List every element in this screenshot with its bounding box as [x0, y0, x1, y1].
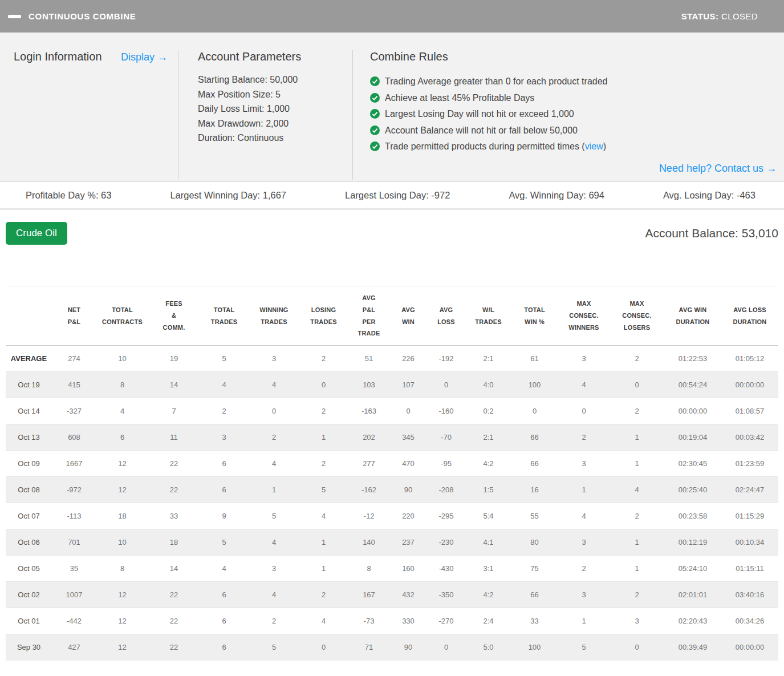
table-cell: 1007	[52, 582, 96, 608]
table-cell: 2	[558, 424, 610, 451]
table-cell: 4	[200, 556, 249, 582]
row-label: Oct 09	[6, 451, 52, 477]
table-cell: 80	[511, 529, 558, 556]
table-cell: 12	[96, 582, 148, 608]
table-cell: 2	[610, 346, 664, 372]
table-cell: 470	[390, 451, 426, 477]
table-cell: 33	[148, 503, 200, 529]
table-cell: 61	[511, 346, 558, 372]
column-header: MAX CONSEC. LOSERS	[610, 286, 664, 346]
table-header: NET P&LTOTAL CONTRACTSFEES & COMM.TOTAL …	[6, 286, 778, 346]
table-cell: 12	[96, 608, 148, 634]
combine-rule: Largest Losing Day will not hit or excee…	[370, 107, 777, 123]
table-cell: 5:0	[466, 634, 511, 661]
column-header: LOSING TRADES	[299, 286, 348, 346]
table-cell: 3	[200, 424, 249, 451]
table-cell: 22	[148, 582, 200, 608]
table-cell: 0	[426, 372, 466, 398]
table-cell: 00:23:58	[664, 503, 721, 529]
table-row: Oct 08-9721222615-16290-2081:5161400:25:…	[6, 477, 778, 503]
table-cell: 66	[511, 451, 558, 477]
table-cell: 100	[511, 372, 558, 398]
table-cell: -70	[426, 424, 466, 451]
table-cell: 18	[96, 503, 148, 529]
table-cell: 3	[558, 582, 610, 608]
table-header-row: NET P&LTOTAL CONTRACTSFEES & COMM.TOTAL …	[6, 286, 778, 346]
table-cell: 12	[96, 477, 148, 503]
table-cell: 00:00:00	[664, 398, 721, 424]
table-cell: 0	[610, 634, 664, 661]
product-tab-crude-oil[interactable]: Crude Oil	[6, 222, 67, 245]
table-row: Oct 05358144318160-4303:1752105:24:1001:…	[6, 556, 778, 582]
contact-us-link[interactable]: Need help? Contact us →	[659, 163, 777, 174]
table-cell: 22	[148, 608, 200, 634]
table-cell: 33	[511, 608, 558, 634]
table-cell: 1	[610, 529, 664, 556]
table-cell: 2:1	[466, 424, 511, 451]
display-link[interactable]: Display →	[121, 51, 168, 63]
table-cell: 0	[558, 398, 610, 424]
table-cell: 2	[200, 398, 249, 424]
table-cell: 12	[96, 634, 148, 661]
column-header: AVG WIN DURATION	[664, 286, 721, 346]
table-cell: 8	[96, 556, 148, 582]
table-cell: 415	[52, 372, 96, 398]
table-cell: 00:03:42	[721, 424, 778, 451]
table-cell: 16	[511, 477, 558, 503]
table-cell: 01:05:12	[721, 346, 778, 372]
column-header: MAX CONSEC. WINNERS	[558, 286, 610, 346]
table-cell: 00:39:49	[664, 634, 721, 661]
table-cell: 01:15:29	[721, 503, 778, 529]
column-header: WINNING TRADES	[249, 286, 299, 346]
table-cell: 1	[558, 608, 610, 634]
table-cell: 103	[348, 372, 390, 398]
table-cell: 5	[200, 346, 249, 372]
table-cell: 6	[200, 451, 249, 477]
table-cell: 330	[390, 608, 426, 634]
rule-text: Trading Average greater than 0 for each …	[385, 76, 607, 86]
stat-item: Largest Winning Day: 1,667	[170, 190, 286, 201]
table-cell: 167	[348, 582, 390, 608]
table-cell: 2	[249, 608, 299, 634]
table-cell: 277	[348, 451, 390, 477]
view-link[interactable]: view	[585, 141, 603, 151]
combine-title: CONTINUOUS COMBINE	[29, 11, 136, 21]
table-cell: 5:4	[466, 503, 511, 529]
table-row: Oct 14-32747202-1630-1600:200200:00:0001…	[6, 398, 778, 424]
table-cell: -442	[52, 608, 96, 634]
combine-header-left: CONTINUOUS COMBINE	[8, 11, 136, 21]
table-cell: 4:0	[466, 372, 511, 398]
combine-dashboard: CONTINUOUS COMBINE STATUS: CLOSED Login …	[0, 0, 784, 661]
table-body: AVERAGE274101953251226-1922:1613201:22:5…	[6, 346, 778, 661]
table-cell: -73	[348, 608, 390, 634]
table-cell: 220	[390, 503, 426, 529]
table-cell: 4	[200, 372, 249, 398]
table-cell: -163	[348, 398, 390, 424]
table-cell: 4	[249, 372, 299, 398]
row-label: Oct 08	[6, 477, 52, 503]
table-cell: 5	[558, 634, 610, 661]
table-cell: 4:2	[466, 582, 511, 608]
table-cell: 14	[148, 372, 200, 398]
table-cell: 2:1	[466, 346, 511, 372]
table-cell: 3	[558, 451, 610, 477]
table-cell: 00:25:40	[664, 477, 721, 503]
table-cell: -192	[426, 346, 466, 372]
table-cell: 0	[299, 372, 348, 398]
table-cell: 00:54:24	[664, 372, 721, 398]
table-cell: 4	[299, 503, 348, 529]
status: STATUS: CLOSED	[681, 11, 758, 21]
table-cell: 4	[249, 451, 299, 477]
collapse-icon[interactable]	[8, 15, 21, 18]
column-header: TOTAL WIN %	[511, 286, 558, 346]
table-cell: 2	[299, 346, 348, 372]
table-cell: 345	[390, 424, 426, 451]
rule-text: Largest Losing Day will not hit or excee…	[385, 109, 574, 119]
info-panel: Login Information Display → Account Para…	[0, 33, 784, 182]
table-cell: 6	[200, 634, 249, 661]
column-header: FEES & COMM.	[148, 286, 200, 346]
table-cell: 5	[249, 634, 299, 661]
login-information-title: Login Information	[14, 50, 102, 63]
combine-rule: Trading Average greater than 0 for each …	[370, 74, 777, 91]
help-link-wrap: Need help? Contact us →	[370, 163, 777, 175]
